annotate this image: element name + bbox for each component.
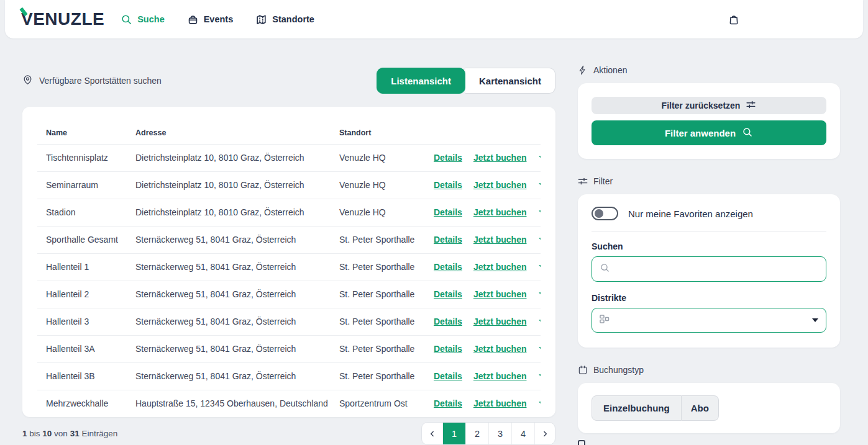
search-field-label: Suchen bbox=[592, 241, 826, 251]
reset-label: Filter zurücksetzen bbox=[662, 101, 741, 110]
column-header-name: Name bbox=[37, 122, 127, 144]
actions-section-header: Aktionen bbox=[578, 65, 840, 75]
facility-location: St. Peter Sporthalle bbox=[331, 281, 425, 308]
facility-address: Dietrichsteinplatz 10, 8010 Graz, Österr… bbox=[127, 171, 331, 199]
map-view-button[interactable]: Kartenansicht bbox=[465, 68, 555, 94]
table-row: Hallenteil 2Sternäckerweg 51, 8041 Graz,… bbox=[37, 281, 541, 308]
filter-reset-button[interactable]: Filter zurücksetzen bbox=[592, 97, 826, 114]
book-now-link[interactable]: Jetzt buchen bbox=[473, 153, 527, 163]
results-column: Verfügbare Sportstätten suchen Listenans… bbox=[22, 65, 555, 445]
page: VENUZLE Suche Events Standorte bbox=[0, 0, 868, 445]
abo-button[interactable]: Abo bbox=[682, 395, 719, 421]
facility-location: Venuzle HQ bbox=[331, 171, 425, 199]
details-link[interactable]: Details bbox=[434, 262, 462, 272]
venuzle-logo[interactable]: VENUZLE bbox=[21, 9, 104, 29]
book-now-link[interactable]: Jetzt buchen bbox=[473, 317, 527, 326]
search-field bbox=[592, 256, 826, 282]
divider bbox=[592, 231, 826, 231]
results-header-row: Verfügbare Sportstätten suchen Listenans… bbox=[22, 65, 555, 96]
book-now-link[interactable]: Jetzt buchen bbox=[473, 398, 527, 408]
page-button-2[interactable]: 2 bbox=[465, 423, 488, 444]
book-now-link[interactable]: Jetzt buchen bbox=[473, 262, 527, 272]
facility-address: Dietrichsteinplatz 10, 8010 Graz, Österr… bbox=[127, 144, 331, 171]
actions-card: Filter zurücksetzen Filter anwenden bbox=[578, 83, 840, 159]
facility-name: Stadion bbox=[37, 199, 127, 226]
districts-dropdown[interactable] bbox=[592, 308, 826, 333]
details-link[interactable]: Details bbox=[434, 153, 462, 163]
facility-name: Hallenteil 1 bbox=[37, 253, 127, 281]
facility-address: Sternäckerweg 51, 8041 Graz, Österreich bbox=[127, 226, 331, 253]
search-icon bbox=[121, 14, 132, 25]
search-input[interactable] bbox=[615, 264, 818, 274]
table-row: Hallenteil 3BSternäckerweg 51, 8041 Graz… bbox=[37, 362, 541, 390]
shopping-bag-icon[interactable] bbox=[728, 13, 740, 25]
book-now-link[interactable]: Jetzt buchen bbox=[473, 235, 527, 245]
nav-item-suche[interactable]: Suche bbox=[121, 14, 165, 25]
nav-label: Suche bbox=[137, 14, 165, 24]
facility-address: Sternäckerweg 51, 8041 Graz, Österreich bbox=[127, 335, 331, 362]
filter-card: Nur meine Favoriten anzeigen Suchen Dist… bbox=[578, 194, 840, 348]
summary-to: 10 bbox=[42, 429, 52, 438]
view-toggle: Listenansicht Kartenansicht bbox=[377, 68, 555, 94]
districts-field-label: Distrikte bbox=[592, 293, 826, 303]
favorite-star-icon[interactable] bbox=[538, 151, 541, 164]
facility-name: Hallenteil 2 bbox=[37, 281, 127, 308]
favorite-star-icon[interactable] bbox=[538, 261, 541, 273]
page-button-4[interactable]: 4 bbox=[511, 423, 534, 444]
details-link[interactable]: Details bbox=[434, 180, 462, 190]
details-link[interactable]: Details bbox=[434, 371, 462, 381]
next-page-button[interactable] bbox=[534, 423, 555, 444]
book-now-link[interactable]: Jetzt buchen bbox=[473, 371, 527, 381]
facility-location: St. Peter Sporthalle bbox=[331, 253, 425, 281]
favorite-star-icon[interactable] bbox=[538, 179, 541, 191]
facility-location: Venuzle HQ bbox=[331, 199, 425, 226]
search-icon bbox=[600, 263, 610, 276]
favorite-star-icon[interactable] bbox=[538, 370, 541, 382]
column-header-location: Standort bbox=[331, 122, 425, 144]
details-link[interactable]: Details bbox=[434, 289, 462, 299]
favorite-star-icon[interactable] bbox=[538, 233, 541, 246]
table-row: StadionDietrichsteinplatz 10, 8010 Graz,… bbox=[37, 199, 541, 226]
book-now-link[interactable]: Jetzt buchen bbox=[473, 289, 527, 299]
nav-item-standorte[interactable]: Standorte bbox=[255, 14, 314, 25]
location-pin-icon bbox=[22, 74, 33, 87]
book-now-link[interactable]: Jetzt buchen bbox=[473, 344, 527, 354]
facility-address: Sternäckerweg 51, 8041 Graz, Österreich bbox=[127, 308, 331, 335]
favorite-star-icon[interactable] bbox=[538, 288, 541, 300]
details-link[interactable]: Details bbox=[434, 207, 462, 217]
details-link[interactable]: Details bbox=[434, 398, 462, 408]
details-link[interactable]: Details bbox=[434, 235, 462, 245]
page-button-3[interactable]: 3 bbox=[488, 423, 511, 444]
page-button-1[interactable]: 1 bbox=[442, 423, 465, 444]
booking-type-segmented: Einzelbuchung Abo bbox=[592, 395, 719, 421]
single-booking-button[interactable]: Einzelbuchung bbox=[592, 395, 682, 421]
page-title: Verfügbare Sportstätten suchen bbox=[22, 74, 162, 87]
prev-page-button[interactable] bbox=[422, 423, 442, 444]
top-navigation-bar: VENUZLE Suche Events Standorte bbox=[5, 0, 863, 38]
book-now-link[interactable]: Jetzt buchen bbox=[473, 180, 527, 190]
search-icon bbox=[742, 127, 753, 140]
list-view-button[interactable]: Listenansicht bbox=[377, 68, 465, 94]
facility-address: Sternäckerweg 51, 8041 Graz, Österreich bbox=[127, 253, 331, 281]
row-actions: DetailsJetzt buchen bbox=[425, 390, 541, 417]
filter-section: Filter Nur meine Favoriten anzeigen Such… bbox=[578, 176, 840, 348]
sliders-icon bbox=[578, 176, 588, 186]
details-link[interactable]: Details bbox=[434, 317, 462, 326]
facility-address: Sternäckerweg 51, 8041 Graz, Österreich bbox=[127, 362, 331, 390]
favorite-star-icon[interactable] bbox=[538, 343, 541, 355]
filter-apply-button[interactable]: Filter anwenden bbox=[592, 120, 826, 145]
filter-sidebar: Aktionen Filter zurücksetzen Filter anwe… bbox=[578, 65, 840, 433]
booking-card: Einzelbuchung Abo bbox=[578, 383, 840, 433]
details-link[interactable]: Details bbox=[434, 344, 462, 354]
facility-location: Sportzentrum Ost bbox=[331, 390, 425, 417]
book-now-link[interactable]: Jetzt buchen bbox=[473, 207, 527, 217]
favorite-star-icon[interactable] bbox=[538, 206, 541, 218]
favorite-star-icon[interactable] bbox=[538, 397, 541, 410]
calendar-icon bbox=[578, 365, 588, 375]
nav-item-events[interactable]: Events bbox=[187, 14, 234, 25]
table-row: MehrzweckhalleHauptstraße 15, 12345 Ober… bbox=[37, 390, 541, 417]
pager: 1 2 3 4 bbox=[421, 422, 555, 445]
favorite-star-icon[interactable] bbox=[538, 315, 541, 328]
events-bag-icon bbox=[187, 14, 199, 25]
favorites-toggle[interactable] bbox=[592, 207, 618, 220]
